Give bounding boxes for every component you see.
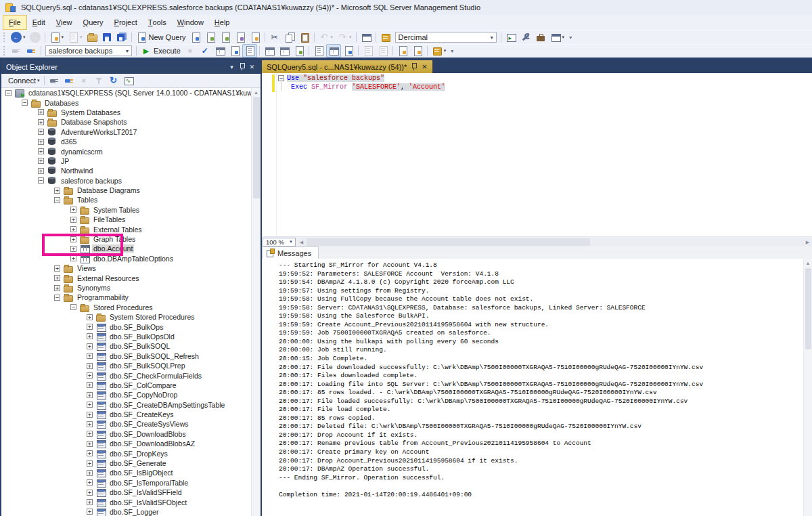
debug-button[interactable] [503, 30, 518, 44]
tree-item-dbo-sf-bulksoql-refresh[interactable]: +dbo.SF_BulkSOQL_Refresh [1, 351, 261, 361]
find-combo[interactable]: Dercimal▼ [395, 32, 497, 43]
zoom-combo[interactable]: 100 % ▼ [263, 238, 296, 246]
increase-indent-button[interactable] [410, 44, 425, 58]
toolbox-button[interactable] [533, 30, 548, 44]
tree-item-system-stored-procedures[interactable]: +System Stored Procedures [1, 312, 261, 322]
new-analysis-query-button[interactable] [248, 30, 263, 44]
close-icon[interactable]: ✕ [247, 64, 257, 70]
execute-button[interactable]: ▶Execute [139, 44, 183, 58]
tree-item-dbo-sf-logger[interactable]: +dbo.SF_Logger [1, 507, 261, 516]
tree-expander-icon[interactable]: + [87, 490, 93, 496]
tree-expander-icon[interactable]: + [87, 450, 93, 456]
oe-activity-monitor-button[interactable] [121, 74, 136, 87]
scrollbar-thumb[interactable] [805, 268, 811, 349]
oe-disconnect-button[interactable] [62, 74, 76, 87]
tree-item-cdatanas1-sqlexpress-sql-server-14-0-1000-cdatanas1-kuwazzy-[interactable]: −cdatanas1¥SQLEXPRESS (SQL Server 14.0.1… [1, 88, 261, 98]
tree-expander-icon[interactable]: + [87, 470, 93, 476]
tree-expander-icon[interactable]: + [87, 412, 93, 418]
navigate-backward-button[interactable]: ←▾ [9, 30, 28, 44]
tree-expander-icon[interactable]: + [87, 382, 93, 388]
tree-item-dbo-sf-downloadblobs[interactable]: +dbo.SF_DownloadBlobs [1, 429, 261, 439]
tree-item-system-tables[interactable]: +System Tables [1, 205, 261, 215]
tree-item-adventureworkslt2017[interactable]: +AdventureWorksLT2017 [1, 127, 261, 137]
editor-horizontal-scrollbar[interactable]: ◀ ▶ [297, 238, 812, 246]
pin-icon[interactable] [237, 62, 247, 72]
toolbar-grip[interactable] [2, 33, 7, 42]
tree-item-programmability[interactable]: −Programmability [1, 293, 261, 302]
tree-item-dbo-sf-dropkeys[interactable]: +dbo.SF_DropKeys [1, 448, 261, 458]
tree-item-dbo-sf-copynodrop[interactable]: +dbo.SF_CopyNoDrop [1, 390, 261, 400]
parse-button[interactable]: ✓ [198, 44, 212, 58]
tree-expander-icon[interactable]: + [38, 148, 44, 154]
tree-item-dbo-sf-createkeys[interactable]: +dbo.SF_CreateKeys [1, 410, 261, 419]
tree-expander-icon[interactable]: + [87, 353, 93, 359]
tree-expander-icon[interactable]: + [87, 509, 93, 515]
activity-monitor-button[interactable] [359, 30, 374, 44]
new-dmx-query-button[interactable] [218, 30, 233, 44]
tree-item-stored-procedures[interactable]: −Stored Procedures [1, 303, 261, 312]
tab-pin-icon[interactable] [411, 62, 418, 72]
new-database-engine-query-button[interactable] [188, 30, 203, 44]
tree-item-dbo-sf-isvalidsffield[interactable]: +dbo.SF_IsValidSFField [1, 488, 261, 497]
tree-item-external-resources[interactable]: +External Resources [1, 273, 261, 282]
change-connection-button[interactable] [24, 44, 39, 58]
tree-item-graph-tables[interactable]: +Graph Tables [1, 234, 261, 244]
oe-connect-icon[interactable] [47, 74, 62, 87]
tree-item-dynamicscrm[interactable]: +dynamicscrm [1, 146, 261, 156]
tree-item-dbo-sf-bulksoqlprep[interactable]: +dbo.SF_BulkSOQLPrep [1, 361, 261, 370]
menu-edit[interactable]: Edit [27, 15, 51, 30]
tree-item-dbo-dbamptableoptions[interactable]: +dbo.DBAmpTableOptions [1, 254, 261, 263]
toolbar-overflow-icon[interactable]: ▾ [451, 48, 453, 54]
tree-expander-icon[interactable]: − [54, 197, 60, 203]
tree-item-dbo-sf-bulkopsold[interactable]: +dbo.SF_BulkOpsOld [1, 332, 261, 341]
scroll-left-icon[interactable]: ◀ [297, 238, 306, 246]
tree-expander-icon[interactable]: + [87, 333, 93, 339]
options-button[interactable] [518, 30, 533, 44]
tree-expander-icon[interactable]: + [87, 343, 93, 349]
tree-expander-icon[interactable]: + [87, 324, 93, 330]
tree-expander-icon[interactable]: + [70, 246, 76, 252]
new-mdx-query-button[interactable] [203, 30, 218, 44]
tree-item-dbo-sf-colcompare[interactable]: +dbo.SF_ColCompare [1, 381, 261, 390]
available-databases-combo[interactable]: salesforce backups▼ [45, 45, 132, 56]
cut-button[interactable]: ✂ [267, 30, 282, 44]
new-xmla-query-button[interactable] [233, 30, 248, 44]
tree-item-dbo-sf-bulkops[interactable]: +dbo.SF_BulkOps [1, 322, 261, 331]
query-options-button[interactable] [227, 44, 242, 58]
include-client-statistics-button[interactable] [292, 44, 307, 58]
tree-item-tables[interactable]: −Tables [1, 195, 261, 205]
tab-close-icon[interactable]: ✕ [422, 63, 427, 70]
tree-expander-icon[interactable]: + [87, 372, 93, 379]
messages-scrollbar[interactable]: ▲ [803, 259, 812, 516]
tree-expander-icon[interactable]: + [38, 139, 44, 145]
results-to-grid-button[interactable] [326, 44, 341, 58]
query-document-tab[interactable]: SQLQuery5.sql - c...NAS1¥kuwazzy (54))* … [262, 60, 432, 73]
tree-item-jp[interactable]: +JP [1, 156, 261, 166]
tree-item-database-diagrams[interactable]: +Database Diagrams [1, 186, 261, 195]
tree-item-dbo-sf-isbigobject[interactable]: +dbo.SF_IsBigObject [1, 468, 261, 477]
tree-expander-icon[interactable]: + [70, 207, 76, 213]
menu-file[interactable]: File [3, 15, 27, 30]
oe-refresh-button[interactable]: ↻ [106, 74, 121, 87]
tree-item-system-databases[interactable]: +System Databases [1, 108, 261, 117]
display-estimated-plan-button[interactable] [212, 44, 227, 58]
scroll-right-icon[interactable]: ▶ [803, 238, 812, 246]
tree-expander-icon[interactable]: − [22, 100, 28, 106]
tree-expander-icon[interactable]: + [54, 265, 60, 272]
code-fold-icon[interactable]: − [278, 75, 284, 81]
tree-expander-icon[interactable]: + [38, 168, 44, 174]
tree-item-filetables[interactable]: +FileTables [1, 215, 261, 224]
chevron-down-icon[interactable]: ▼ [287, 240, 295, 244]
tree-expander-icon[interactable]: + [87, 431, 93, 437]
menu-project[interactable]: Project [109, 15, 143, 30]
copy-button[interactable] [282, 30, 297, 44]
new-query-button[interactable]: New Query [134, 30, 188, 44]
tree-item-external-tables[interactable]: +External Tables [1, 224, 261, 234]
tree-expander-icon[interactable]: + [87, 479, 93, 486]
tree-item-views[interactable]: +Views [1, 263, 261, 273]
new-project-button[interactable]: ▾ [47, 30, 66, 44]
tree-expander-icon[interactable]: + [87, 392, 93, 398]
tree-expander-icon[interactable]: + [54, 188, 60, 194]
tree-expander-icon[interactable]: + [70, 217, 76, 223]
tree-item-dbo-sf-createdbampsettingstable[interactable]: +dbo.SF_CreateDBAmpSettingsTable [1, 400, 261, 410]
